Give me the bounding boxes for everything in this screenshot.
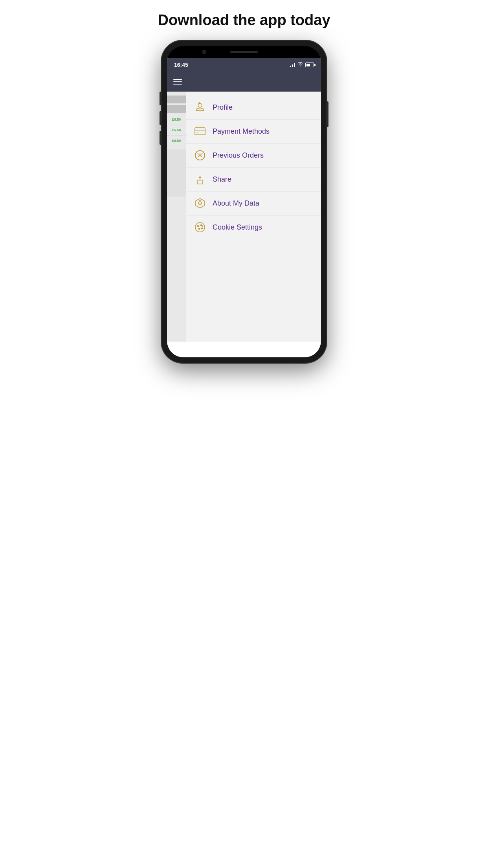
phone-shell: 16:45 — [161, 40, 327, 363]
phone-screen: 16:45 — [167, 58, 321, 357]
svg-point-11 — [198, 202, 202, 205]
status-bar: 16:45 — [167, 58, 321, 72]
svg-point-13 — [200, 200, 200, 201]
svg-point-15 — [198, 226, 199, 227]
phone-camera — [202, 50, 206, 54]
phone-inner: 16:45 — [167, 46, 321, 357]
svg-rect-1 — [195, 128, 205, 135]
profile-label: Profile — [213, 103, 233, 112]
price-2: £5.50 — [167, 125, 186, 136]
price-1: £6.50 — [167, 114, 186, 125]
payment-icon — [194, 125, 206, 138]
orders-icon — [194, 149, 206, 162]
cookie-icon — [194, 221, 206, 234]
svg-point-17 — [199, 228, 200, 230]
bottom-area — [167, 342, 321, 357]
svg-point-16 — [201, 225, 202, 226]
phone-top-bar — [167, 46, 321, 58]
share-icon — [194, 173, 206, 186]
cookie-label: Cookie Settings — [213, 223, 262, 232]
svg-rect-4 — [195, 128, 205, 135]
svg-point-14 — [195, 223, 205, 232]
app-header — [167, 72, 321, 92]
svg-point-18 — [202, 228, 203, 229]
menu-item-cookies[interactable]: Cookie Settings — [186, 215, 321, 239]
data-icon — [194, 197, 206, 210]
battery-icon — [305, 63, 314, 67]
payment-label: Payment Methods — [213, 127, 270, 136]
menu-item-data[interactable]: About My Data — [186, 191, 321, 215]
menu-item-payment[interactable]: Payment Methods — [186, 120, 321, 143]
profile-icon — [194, 101, 206, 114]
svg-point-19 — [202, 226, 203, 226]
screen-content: £6.50 £5.50 £0.50 — [167, 92, 321, 342]
menu-item-profile[interactable]: Profile — [186, 96, 321, 120]
price-3: £0.50 — [167, 136, 186, 146]
menu-item-orders[interactable]: Previous Orders — [186, 143, 321, 167]
menu-item-share[interactable]: Share — [186, 167, 321, 191]
left-panel: £6.50 £5.50 £0.50 — [167, 92, 186, 342]
svg-point-0 — [198, 103, 202, 107]
page-title: Download the app today — [158, 12, 330, 29]
orders-label: Previous Orders — [213, 151, 264, 160]
hamburger-icon[interactable] — [173, 79, 182, 85]
status-icons — [290, 62, 314, 68]
signal-icon — [290, 63, 295, 67]
status-time: 16:45 — [174, 62, 188, 68]
drawer-panel: Profile Payment Methods — [186, 92, 321, 342]
share-label: Share — [213, 175, 231, 184]
wifi-icon — [297, 62, 303, 68]
phone-speaker — [230, 51, 258, 53]
data-label: About My Data — [213, 199, 259, 208]
